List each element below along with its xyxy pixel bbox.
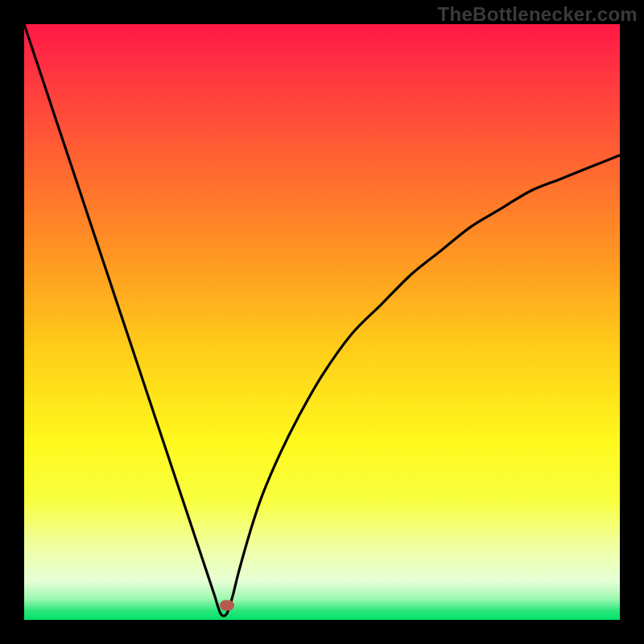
chart-frame: TheBottlenecker.com [0, 0, 644, 644]
vertex-marker [220, 600, 234, 610]
watermark-text: TheBottlenecker.com [438, 3, 638, 26]
plot-area [24, 24, 620, 620]
bottleneck-curve [24, 24, 620, 620]
